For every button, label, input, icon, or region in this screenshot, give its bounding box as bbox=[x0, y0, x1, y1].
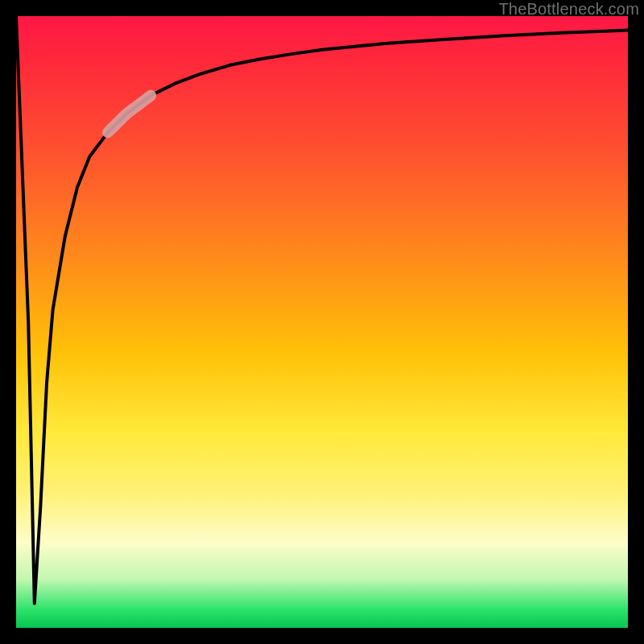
curve-highlight-segment bbox=[108, 96, 151, 133]
attribution-text: TheBottleneck.com bbox=[498, 0, 639, 19]
chart-canvas: TheBottleneck.com bbox=[0, 0, 644, 644]
bottleneck-curve bbox=[16, 16, 628, 604]
curve-layer bbox=[16, 16, 628, 628]
